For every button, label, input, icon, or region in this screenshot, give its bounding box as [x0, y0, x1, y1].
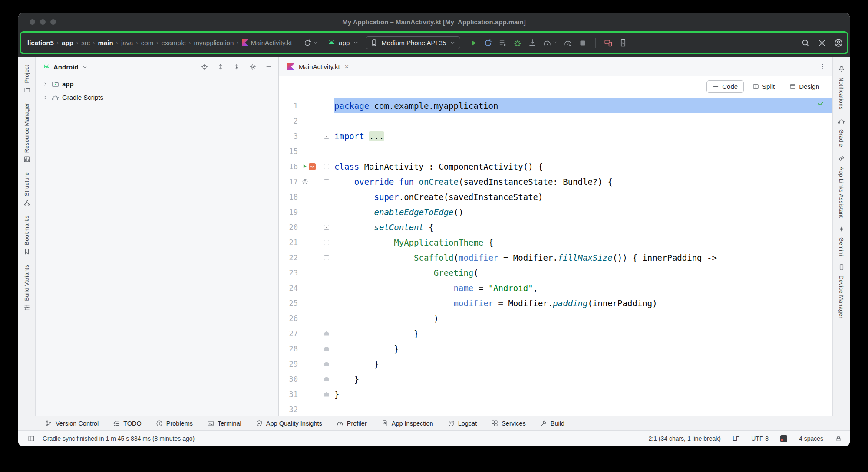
indent-indicator[interactable]: 4 spaces [799, 435, 823, 442]
tool-window-button-problems[interactable]: Problems [156, 420, 193, 427]
code-line[interactable]: 24 name = "Android", [279, 280, 832, 295]
run-tasks-button[interactable] [498, 39, 507, 47]
fold-end-marker[interactable] [324, 362, 329, 366]
tool-window-button-app-inspection[interactable]: App Inspection [381, 420, 433, 427]
status-plugin-icon[interactable] [780, 435, 787, 442]
chevron-right-icon[interactable] [43, 81, 49, 87]
hide-panel-icon[interactable] [265, 63, 272, 70]
stop-button[interactable] [578, 39, 587, 47]
breadcrumb-item[interactable]: example [159, 39, 188, 46]
code-line[interactable]: 27 } [279, 326, 832, 341]
panel-settings-icon[interactable] [249, 63, 256, 70]
view-mode-design[interactable]: Design [783, 80, 825, 93]
breadcrumb-item[interactable]: com [139, 39, 155, 46]
encoding-indicator[interactable]: UTF-8 [751, 435, 769, 442]
code-line[interactable]: 21- MyApplicationTheme { [279, 235, 832, 250]
tool-window-button-build[interactable]: Build [540, 420, 564, 427]
tool-stripe-button-structure[interactable]: Structure [23, 168, 30, 212]
fold-marker[interactable]: - [324, 179, 329, 184]
run-gutter-icon[interactable] [302, 164, 307, 169]
select-opened-file-icon[interactable] [201, 63, 208, 70]
chevron-down-icon[interactable] [82, 64, 88, 70]
sync-project-button[interactable] [301, 37, 321, 49]
breadcrumb-item[interactable]: myapplication [192, 39, 236, 46]
code-line[interactable]: 1package com.example.myapplication [279, 98, 832, 113]
tool-stripe-button-build-variants[interactable]: Build Variants [23, 261, 30, 316]
caret-position[interactable]: 2:1 (34 chars, 1 line break) [648, 435, 721, 442]
code-line[interactable]: 3-import ... [279, 128, 832, 144]
compose-gutter-icon[interactable]: <> [309, 163, 316, 170]
code-line[interactable]: 30 } [279, 371, 832, 387]
tool-window-button-terminal[interactable]: Terminal [207, 420, 241, 427]
collapse-all-icon[interactable] [233, 63, 240, 70]
code-line[interactable]: 2 [279, 113, 832, 128]
tree-item-app[interactable]: app [36, 77, 278, 91]
fold-marker[interactable]: - [324, 225, 329, 230]
fold-marker[interactable]: - [324, 134, 329, 139]
fold-end-marker[interactable] [324, 347, 329, 351]
view-mode-code[interactable]: Code [706, 80, 744, 93]
layout-icon[interactable] [28, 435, 35, 442]
code-line[interactable]: 16<>-class MainActivity : ComponentActiv… [279, 159, 832, 174]
breadcrumb-item[interactable]: src [79, 39, 92, 46]
code-line[interactable]: 32 [279, 402, 832, 416]
settings-button[interactable] [818, 39, 826, 47]
tool-stripe-button-notifications[interactable]: Notifications [838, 62, 845, 114]
tab-options-icon[interactable] [819, 63, 826, 70]
breadcrumb-item[interactable]: lication5 [25, 39, 56, 46]
code-line[interactable]: 15 [279, 144, 832, 159]
tool-stripe-button-project[interactable]: Project [23, 61, 30, 99]
editor-tab[interactable]: MainActivity.kt × [282, 57, 354, 76]
tree-item-gradle-scripts[interactable]: Gradle Scripts [36, 91, 278, 104]
close-window-button[interactable] [30, 19, 35, 25]
project-view-selector[interactable]: Android [53, 63, 79, 71]
tool-window-button-profiler[interactable]: Profiler [337, 420, 367, 427]
breadcrumb-item[interactable]: app [59, 39, 76, 46]
fold-end-marker[interactable] [324, 377, 329, 381]
tool-window-button-app-quality-insights[interactable]: App Quality Insights [256, 420, 322, 427]
tool-stripe-button-gemini[interactable]: Gemini [838, 222, 845, 260]
code-line[interactable]: 23 Greeting( [279, 265, 832, 280]
code-line[interactable]: 25 modifier = Modifier.padding(innerPadd… [279, 295, 832, 311]
code-line[interactable]: 29 } [279, 356, 832, 371]
code-editor[interactable]: CodeSplitDesign 1package com.example.mya… [279, 76, 832, 416]
fold-marker[interactable]: - [324, 255, 329, 260]
profile-low-overhead-button[interactable] [564, 39, 572, 47]
line-ending-indicator[interactable]: LF [733, 435, 739, 442]
tool-window-button-todo[interactable]: TODO [113, 420, 142, 427]
code-line[interactable]: 18 super.onCreate(savedInstanceState) [279, 189, 832, 204]
code-line[interactable]: 28 } [279, 341, 832, 356]
device-mirroring-button[interactable] [604, 39, 613, 47]
code-line[interactable]: 19 enableEdgeToEdge() [279, 204, 832, 220]
breadcrumb-item[interactable]: main [96, 39, 116, 46]
breadcrumb-item[interactable]: java [119, 39, 135, 46]
tool-window-button-version-control[interactable]: Version Control [45, 420, 99, 427]
fold-end-marker[interactable] [324, 392, 329, 397]
code-line[interactable]: 17- override fun onCreate(savedInstanceS… [279, 174, 832, 189]
minimize-window-button[interactable] [40, 19, 46, 25]
chevron-right-icon[interactable] [43, 95, 49, 101]
tool-stripe-button-resource-manager[interactable]: Resource Manager [23, 99, 30, 168]
search-everywhere-button[interactable] [801, 39, 810, 47]
view-mode-split[interactable]: Split [746, 80, 781, 93]
tool-stripe-button-app-links-assistant[interactable]: App Links Assistant [838, 151, 845, 222]
tool-window-button-logcat[interactable]: Logcat [448, 420, 477, 427]
run-config-select[interactable]: app [323, 37, 363, 49]
run-button[interactable] [469, 39, 478, 47]
attach-debugger-button[interactable] [528, 39, 537, 47]
fold-marker[interactable]: - [324, 164, 329, 169]
code-line[interactable]: 31} [279, 387, 832, 402]
fold-marker[interactable]: - [324, 240, 329, 245]
breadcrumb-item[interactable]: MainActivity.kt [240, 39, 294, 46]
tool-stripe-button-gradle[interactable]: Gradle [838, 114, 845, 151]
close-tab-icon[interactable]: × [345, 63, 349, 71]
code-line[interactable]: 20- setContent { [279, 220, 832, 235]
zoom-window-button[interactable] [50, 19, 56, 25]
profile-avatar-button[interactable] [834, 39, 843, 47]
tool-stripe-button-device-manager[interactable]: Device Manager [838, 260, 845, 322]
debug-button[interactable] [513, 39, 522, 47]
device-select[interactable]: Medium Phone API 35 [366, 36, 460, 49]
lock-icon[interactable] [835, 435, 842, 442]
running-devices-button[interactable] [619, 39, 627, 47]
code-line[interactable]: 22- Scaffold(modifier = Modifier.fillMax… [279, 250, 832, 265]
